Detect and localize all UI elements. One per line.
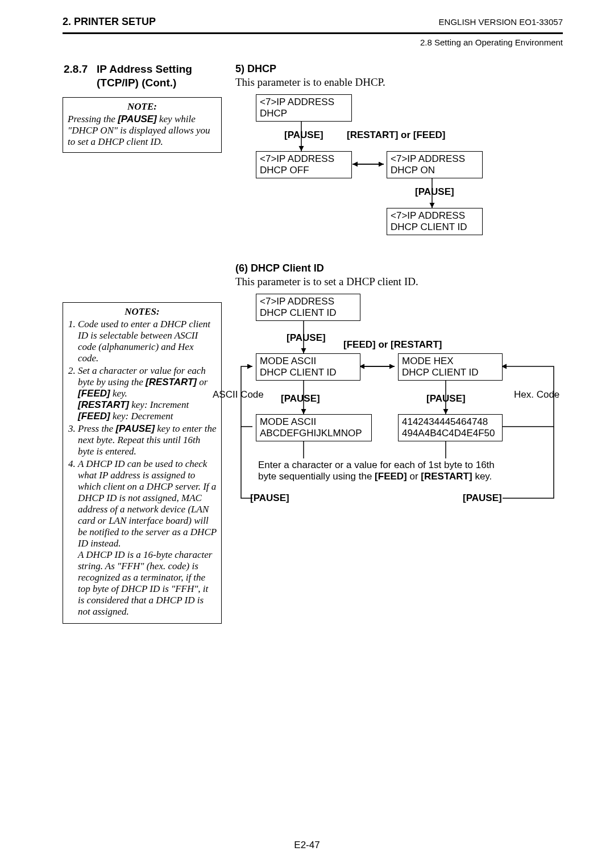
d1-b3-l1: <7>IP ADDRESS [391, 153, 479, 165]
page-header: 2. PRINTER SETUP ENGLISH VERSION EO1-330… [63, 16, 563, 31]
enter-instruction: Enter a character or a value for each of… [258, 460, 554, 482]
notes-box: NOTES: Code used to enter a DHCP client … [63, 302, 222, 624]
d1-b1-l1: <7>IP ADDRESS [260, 97, 348, 108]
d2-pause3l: [PAUSE] [250, 493, 289, 504]
note-title: NOTE: [68, 101, 217, 112]
note1-pause: [PAUSE] [118, 114, 157, 124]
header-divider [63, 32, 563, 34]
d2-box1: <7>IP ADDRESS DHCP CLIENT ID [256, 294, 360, 321]
dhcp-clientid-diagram: <7>IP ADDRESS DHCP CLIENT ID [PAUSE] [FE… [235, 294, 576, 532]
section-title: IP Address Setting [97, 63, 192, 76]
d1-b2-l2: DHCP OFF [260, 165, 348, 176]
d1-restartfeed: [RESTART] or [FEED] [347, 130, 445, 141]
section-number: 2.8.7 [64, 63, 91, 76]
d1-box1: <7>IP ADDRESS DHCP [256, 94, 352, 122]
notes-item-2: Set a character or value for each byte b… [78, 365, 217, 422]
subsection-5-body: This parameter is to enable DHCP. [235, 76, 574, 89]
d2-box5: 4142434445464748 494A4B4C4D4E4F50 [398, 414, 503, 441]
d1-b2-l1: <7>IP ADDRESS [260, 153, 348, 165]
d2-pause1: [PAUSE] [287, 332, 326, 344]
notes-item-4: A DHCP ID can be used to check what IP a… [78, 458, 217, 617]
subsection-6-body: This parameter is to set a DHCP client I… [235, 276, 576, 288]
d1-b4-l2: DHCP CLIENT ID [391, 222, 479, 233]
d1-pause2: [PAUSE] [415, 186, 454, 198]
notes-item-3: Press the [PAUSE] key to enter the next … [78, 423, 217, 457]
page: 2. PRINTER SETUP ENGLISH VERSION EO1-330… [0, 0, 614, 624]
page-number: E2-47 [0, 840, 614, 851]
note1-a: Pressing the [68, 114, 118, 124]
dhcp-flow-diagram: <7>IP ADDRESS DHCP [PAUSE] [RESTART] or … [256, 94, 574, 259]
d1-b1-l2: DHCP [260, 108, 348, 119]
notes-title: NOTES: [68, 306, 217, 318]
d1-pause1: [PAUSE] [284, 130, 323, 141]
d1-b3-l2: DHCP ON [391, 165, 479, 176]
d2-box3: MODE HEX DHCP CLIENT ID [398, 353, 503, 381]
header-right-top: ENGLISH VERSION EO1-33057 [439, 17, 563, 27]
note-box-1: NOTE: Pressing the [PAUSE] key while "DH… [63, 97, 222, 153]
d1-box4: <7>IP ADDRESS DHCP CLIENT ID [387, 208, 483, 235]
notes-item-1: Code used to enter a DHCP client ID is s… [78, 319, 217, 364]
header-left: 2. PRINTER SETUP [63, 16, 156, 28]
d2-box4: MODE ASCII ABCDEFGHIJKLMNOP [256, 414, 372, 441]
ascii-code-label: ASCII Code [213, 389, 264, 400]
hex-code-label: Hex. Code [514, 389, 559, 400]
d1-box3: <7>IP ADDRESS DHCP ON [387, 151, 483, 178]
d1-box2: <7>IP ADDRESS DHCP OFF [256, 151, 352, 178]
subsection-6-title: (6) DHCP Client ID [235, 262, 576, 274]
subsection-5-title: 5) DHCP [235, 63, 574, 75]
section-continuation: (TCP/IP) (Cont.) [63, 77, 222, 89]
section-heading: 2.8.7 IP Address Setting [63, 63, 222, 76]
d2-box2: MODE ASCII DHCP CLIENT ID [256, 353, 360, 381]
d2-pause2l: [PAUSE] [281, 393, 320, 404]
d2-pause2r: [PAUSE] [426, 393, 466, 404]
d1-b4-l1: <7>IP ADDRESS [391, 210, 479, 222]
d2-pause3r: [PAUSE] [463, 493, 502, 504]
header-sub: 2.8 Setting an Operating Environment [63, 37, 563, 47]
d2-feedrest: [FEED] or [RESTART] [343, 339, 442, 350]
